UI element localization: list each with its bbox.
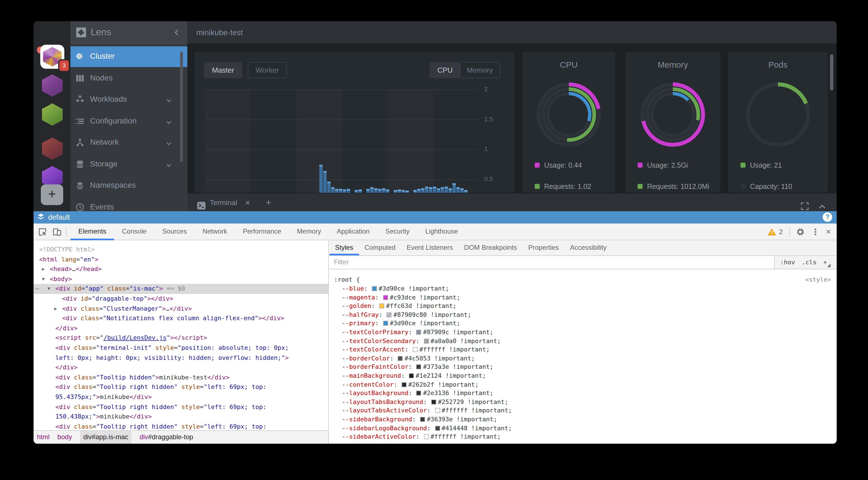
dom-tree-line[interactable]: <div class="Tooltip hidden">minikube-tes… — [34, 373, 328, 382]
device-toolbar-icon[interactable] — [53, 228, 62, 236]
color-swatch[interactable] — [413, 347, 418, 352]
sidebar-item-nodes[interactable]: Nodes — [70, 68, 187, 89]
devtools-tab-application[interactable]: Application — [329, 224, 377, 240]
dom-tree-line[interactable]: <div class="Tooltip right hidden" style=… — [34, 402, 328, 412]
color-swatch[interactable] — [387, 312, 392, 317]
color-swatch[interactable] — [435, 408, 440, 413]
css-variable-row[interactable]: --primary: #3d90ce !important; — [330, 319, 837, 328]
styles-tab-computed[interactable]: Computed — [359, 240, 401, 255]
cluster-icon-purple[interactable] — [42, 74, 63, 97]
kebab-menu-icon[interactable] — [811, 228, 819, 236]
dom-tree-line[interactable]: 95.4375px;">minikube</div> — [34, 392, 328, 402]
dom-tree-line[interactable]: ▼<body> — [34, 274, 328, 284]
css-variable-row[interactable]: --blue: #3d90ce !important; — [330, 284, 837, 293]
metric-tab-memory[interactable]: Memory — [459, 62, 501, 78]
namespace-label[interactable]: default — [48, 213, 70, 221]
color-swatch[interactable] — [383, 295, 388, 300]
new-style-rule-button[interactable]: + — [823, 259, 827, 266]
expand-arrow-open[interactable]: ▼ — [42, 274, 45, 284]
dom-tree-line[interactable]: <html lang="en"> — [34, 254, 328, 264]
css-variable-row[interactable]: --mainBackground: #1e2124 !important; — [330, 372, 837, 380]
color-swatch[interactable] — [431, 400, 436, 405]
metric-tab-cpu[interactable]: CPU — [430, 62, 461, 78]
dom-tree-line[interactable]: ▶<head>…</head> — [34, 264, 328, 274]
breadcrumb-item[interactable]: body — [57, 431, 72, 444]
css-variable-row[interactable]: --textColorAccent: #ffffff !important; — [330, 345, 837, 354]
styles-tab-event-listeners[interactable]: Event Listeners — [401, 240, 458, 255]
expand-arrow-closed[interactable]: ▶ — [54, 304, 57, 313]
css-variable-row[interactable]: --halfGray: #87909c80 !important; — [330, 311, 837, 319]
css-variable-row[interactable]: --layoutTabsActiveColor: #ffffff !import… — [330, 407, 837, 415]
color-swatch[interactable] — [416, 330, 422, 335]
styles-tab-properties[interactable]: Properties — [523, 240, 564, 255]
style-rule-selector[interactable]: :root {<style> — [330, 275, 837, 284]
css-variable-row[interactable]: --borderColor: #4c5053 !important; — [330, 354, 837, 363]
devtools-tab-lighthouse[interactable]: Lighthouse — [417, 224, 466, 240]
devtools-tab-console[interactable]: Console — [114, 224, 154, 240]
devtools-tab-elements[interactable]: Elements — [70, 224, 114, 240]
cluster-icon-green[interactable] — [42, 103, 63, 126]
css-variable-row[interactable]: --sidebarBackground: #36393e !important; — [330, 415, 837, 424]
warning-icon[interactable] — [767, 228, 776, 236]
color-swatch[interactable] — [416, 365, 422, 370]
color-swatch[interactable] — [402, 382, 407, 387]
color-swatch[interactable] — [420, 417, 425, 422]
gear-icon[interactable] — [796, 228, 805, 236]
sidebar-item-namespaces[interactable]: Namespaces — [70, 175, 187, 196]
css-variable-row[interactable]: --sidebarActiveColor: #ffffff !important… — [330, 433, 837, 441]
dom-tree-line[interactable]: </div> — [34, 323, 328, 333]
css-variable-row[interactable]: --golden: #ffc63d !important; — [330, 302, 837, 310]
sidebar-item-workloads[interactable]: Workloads — [70, 90, 187, 110]
dom-tree-line[interactable]: <!DOCTYPE html> — [34, 245, 328, 254]
pseudo-state-button[interactable]: :hov — [780, 259, 795, 266]
color-swatch[interactable] — [409, 373, 414, 378]
css-variable-row[interactable]: --textColorPrimary: #87909c !important; — [330, 328, 837, 337]
color-swatch[interactable] — [435, 425, 440, 431]
cluster-icon-red[interactable] — [42, 137, 63, 160]
terminal-add-icon[interactable]: + — [266, 193, 271, 212]
color-swatch[interactable] — [424, 434, 429, 439]
dom-tree-line[interactable]: left: 0px; height: 0px; visibility: hidd… — [34, 353, 328, 363]
css-variable-row[interactable]: --contentColor: #262b2f !important; — [330, 380, 837, 389]
devtools-tab-network[interactable]: Network — [195, 224, 235, 240]
expand-arrow-closed[interactable]: ▶ — [42, 264, 45, 274]
css-variable-row[interactable]: --magenta: #c93dce !important; — [330, 293, 837, 302]
devtools-tab-performance[interactable]: Performance — [235, 224, 289, 240]
sidebar-item-storage[interactable]: Storage — [70, 154, 187, 175]
css-variable-row[interactable]: --sidebarLogoBackground: #414448 !import… — [330, 424, 837, 433]
terminal-close-icon[interactable]: × — [245, 193, 250, 212]
dom-tree-line[interactable]: 150.438px;">minikube</div> — [34, 412, 328, 422]
styles-tab-styles[interactable]: Styles — [330, 240, 359, 255]
devtools-tab-memory[interactable]: Memory — [289, 224, 329, 240]
terminal-expand-icon[interactable] — [818, 199, 826, 207]
css-variable-row[interactable]: --textColorSecondary: #a0a0a0 !important… — [330, 337, 837, 345]
css-variable-row[interactable]: --layoutBackground: #2e3136 !important; — [330, 389, 837, 398]
styles-filter-input[interactable]: Filter — [334, 258, 349, 266]
color-swatch[interactable] — [424, 338, 429, 343]
main-scrollbar[interactable] — [830, 54, 833, 91]
dom-tree-line[interactable]: </div> — [34, 363, 328, 372]
dom-tree-line[interactable]: <div class="terminal-init" style="positi… — [34, 343, 328, 353]
terminal-fullscreen-icon[interactable] — [801, 198, 809, 206]
sidebar-item-cluster[interactable]: ☸Cluster — [70, 46, 187, 67]
style-source-link[interactable]: <style> — [805, 275, 831, 284]
element-classes-button[interactable]: .cls — [802, 259, 816, 266]
inspect-element-icon[interactable] — [38, 228, 47, 236]
dom-tree-line[interactable]: <div class="Tooltip right hidden" style=… — [34, 422, 328, 430]
node-tab-worker[interactable]: Worker — [248, 62, 287, 78]
devtools-tab-sources[interactable]: Sources — [154, 224, 195, 240]
terminal-tab-label[interactable]: Terminal — [210, 193, 237, 212]
color-swatch[interactable] — [372, 286, 377, 291]
sidebar-item-network[interactable]: Network — [70, 132, 187, 153]
breadcrumb-item[interactable]: div#draggable-top — [140, 431, 193, 444]
dom-tree-line[interactable]: <div class="Tooltip right hidden" style=… — [34, 382, 328, 392]
breadcrumb-item[interactable]: html — [37, 431, 50, 444]
color-swatch[interactable] — [379, 303, 384, 308]
sidebar-collapse-button[interactable] — [173, 29, 181, 39]
styles-tab-dom-breakpoints[interactable]: DOM Breakpoints — [459, 240, 523, 255]
dom-tree-line[interactable]: <script src="/build/LensDev.js"></script… — [34, 333, 328, 343]
css-variable-row[interactable]: --layoutTabsBackground: #252729 !importa… — [330, 398, 837, 407]
dom-tree-line[interactable]: ⋯▼<div id="app" class="is-mac"> == $0 — [34, 284, 328, 294]
help-button[interactable]: ? — [823, 212, 832, 222]
devtools-tab-security[interactable]: Security — [377, 224, 417, 240]
